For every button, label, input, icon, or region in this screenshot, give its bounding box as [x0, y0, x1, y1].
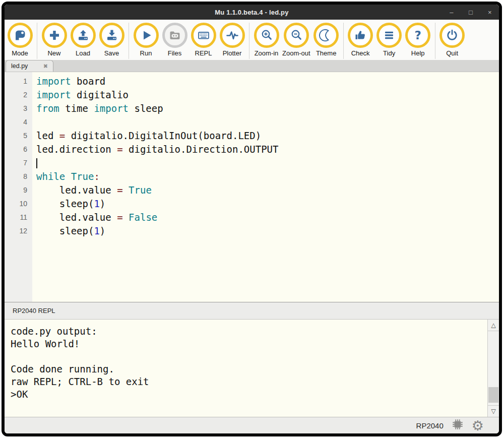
code-line[interactable]: while True:: [36, 170, 499, 183]
zoom-in-button[interactable]: Zoom-in: [252, 23, 281, 57]
check-button[interactable]: Check: [346, 23, 375, 57]
toolbar-separator: [129, 23, 129, 59]
toolbar: Mode New Load: [5, 20, 499, 60]
mode-button[interactable]: Mode: [6, 23, 34, 57]
save-label: Save: [104, 49, 119, 57]
line-number: 11: [5, 211, 27, 224]
line-number: 8: [5, 170, 27, 183]
repl-pane[interactable]: code.py output:Hello World! Code done ru…: [5, 320, 499, 417]
toolbar-separator: [249, 23, 249, 59]
plotter-pulse-icon: [220, 23, 245, 48]
repl-line: code.py output:: [11, 325, 482, 338]
load-label: Load: [76, 49, 90, 57]
title-bar[interactable]: Mu 1.1.0.beta.4 - led.py – □ ×: [5, 5, 499, 20]
repl-line: Hello World!: [11, 338, 482, 350]
code-line[interactable]: import board: [36, 75, 499, 88]
line-number: 1: [5, 75, 27, 88]
help-question-icon: ?: [405, 23, 430, 48]
code-line[interactable]: led.value = True: [36, 183, 499, 197]
code-line[interactable]: [36, 156, 499, 170]
toolbar-separator: [343, 23, 344, 59]
toolbar-separator: [37, 23, 37, 59]
repl-line: Code done running.: [11, 363, 482, 375]
tab-label: led.py: [11, 62, 28, 70]
line-number-gutter: 123456789101112: [5, 72, 32, 302]
run-label: Run: [140, 49, 152, 57]
line-number: 7: [5, 156, 27, 170]
tidy-label: Tidy: [383, 49, 395, 57]
repl-line: >OK: [11, 388, 482, 401]
quit-label: Quit: [446, 49, 458, 57]
check-label: Check: [351, 49, 370, 57]
text-cursor: [36, 158, 37, 168]
quit-button[interactable]: Quit: [438, 23, 467, 57]
code-line[interactable]: led.direction = digitalio.Direction.OUTP…: [36, 143, 499, 156]
theme-moon-icon: [313, 23, 339, 48]
tidy-button[interactable]: Tidy: [375, 23, 404, 57]
toolbar-separator: [435, 23, 435, 59]
zoom-in-label: Zoom-in: [255, 49, 279, 57]
code-line[interactable]: sleep(1): [36, 224, 499, 238]
repl-output[interactable]: code.py output:Hello World! Code done ru…: [5, 320, 499, 401]
repl-scrollbar[interactable]: △ ▽: [487, 320, 499, 417]
theme-button[interactable]: Theme: [312, 23, 341, 57]
load-button[interactable]: Load: [69, 23, 97, 57]
zoom-out-label: Zoom-out: [282, 49, 310, 57]
tidy-lines-icon: [376, 23, 402, 48]
code-line[interactable]: led.value = False: [36, 211, 499, 224]
mode-icon: [8, 23, 33, 48]
code-line[interactable]: led = digitalio.DigitalInOut(board.LED): [36, 129, 499, 143]
help-label: Help: [411, 49, 425, 57]
repl-button[interactable]: REPL: [189, 23, 218, 57]
tab-close-icon[interactable]: ✖: [35, 63, 48, 70]
new-icon: [42, 23, 67, 48]
zoom-in-icon: [254, 23, 279, 48]
code-editor[interactable]: 123456789101112 import boardimport digit…: [5, 72, 499, 302]
code-line[interactable]: [36, 115, 499, 129]
window-controls: – □ ×: [448, 5, 494, 20]
files-label: Files: [168, 49, 181, 57]
repl-keyboard-icon: [191, 23, 216, 48]
files-button[interactable]: Files: [160, 23, 189, 57]
close-button[interactable]: ×: [486, 9, 494, 16]
mode-label: Mode: [12, 49, 28, 57]
scroll-down-icon[interactable]: ▽: [488, 405, 499, 417]
repl-label: REPL: [195, 49, 212, 57]
repl-line: raw REPL; CTRL-B to exit: [11, 375, 482, 388]
window-title: Mu 1.1.0.beta.4 - led.py: [215, 9, 288, 16]
new-label: New: [47, 49, 60, 57]
repl-pane-title: RP2040 REPL: [13, 307, 55, 315]
chip-icon: [451, 418, 464, 433]
theme-label: Theme: [316, 49, 336, 57]
status-bar: RP2040 ⚙: [5, 417, 499, 433]
plotter-label: Plotter: [223, 49, 242, 57]
editor-lines[interactable]: import boardimport digitaliofrom time im…: [32, 72, 499, 302]
zoom-out-button[interactable]: Zoom-out: [281, 23, 312, 57]
zoom-out-icon: [284, 23, 309, 48]
code-line[interactable]: import digitalio: [36, 88, 499, 102]
new-button[interactable]: New: [40, 23, 69, 57]
run-button[interactable]: Run: [132, 23, 160, 57]
plotter-button[interactable]: Plotter: [218, 23, 246, 57]
line-number: 6: [5, 143, 27, 156]
help-button[interactable]: ? Help: [404, 23, 432, 57]
minimize-button[interactable]: –: [448, 9, 456, 16]
line-number: 12: [5, 224, 27, 238]
tab-led-py[interactable]: led.py ✖: [6, 60, 53, 72]
mu-window: Mu 1.1.0.beta.4 - led.py – □ × Mode: [2, 2, 502, 436]
device-name: RP2040: [416, 421, 444, 430]
save-button[interactable]: Save: [97, 23, 126, 57]
repl-line: [11, 350, 482, 363]
scroll-up-icon[interactable]: △: [488, 320, 499, 331]
maximize-button[interactable]: □: [467, 9, 475, 16]
code-line[interactable]: sleep(1): [36, 197, 499, 211]
line-number: 4: [5, 115, 27, 129]
tab-bar: led.py ✖: [5, 60, 499, 72]
code-line[interactable]: from time import sleep: [36, 102, 499, 115]
save-icon: [99, 23, 124, 48]
files-icon: [162, 23, 187, 48]
line-number: 2: [5, 88, 27, 102]
settings-gear-icon[interactable]: ⚙: [472, 419, 484, 432]
check-thumbs-up-icon: [348, 23, 373, 48]
scrollbar-thumb[interactable]: [488, 387, 498, 403]
